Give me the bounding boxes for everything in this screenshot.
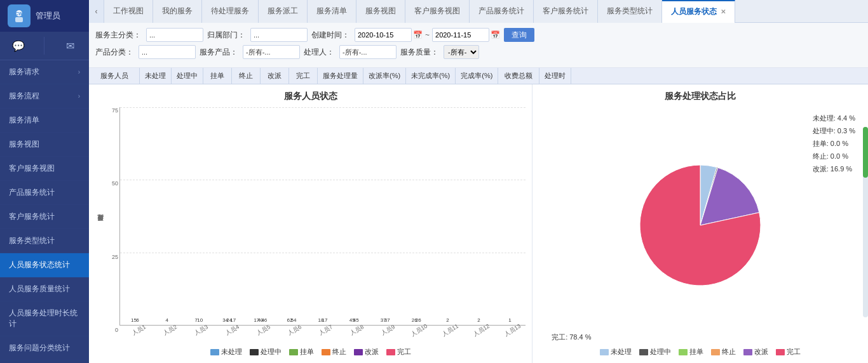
- product-category-input[interactable]: [139, 45, 196, 59]
- dept-label: 归属部门：: [207, 30, 245, 41]
- pie-legend-processing: 处理中: [639, 347, 671, 357]
- sidebar-item-service-flow[interactable]: 服务流程 ›: [0, 84, 89, 109]
- chat-icon[interactable]: 💬: [7, 37, 30, 55]
- sidebar-item-customer-view[interactable]: 客户服务视图: [0, 157, 89, 181]
- sidebar: CW 管理员 💬 ✉ 服务请求 › 服务流程 › 服务清单 服务视图: [0, 0, 89, 363]
- pie-chart-panel: 服务处理状态占比 未处理: 4.4 % 处理中: 0.3 % 挂单: 0.0 %…: [532, 84, 868, 363]
- pie-label-pending: 挂单: 0.0 %: [813, 139, 855, 148]
- th-reassigned: 改派: [261, 68, 289, 84]
- th-pending: 挂单: [203, 68, 232, 84]
- service-product-input[interactable]: [243, 45, 300, 59]
- tab-dispatch[interactable]: 服务派工: [259, 0, 308, 23]
- tab-work-view[interactable]: 工作视图: [104, 0, 153, 23]
- tab-service-list[interactable]: 服务清单: [308, 0, 356, 23]
- message-icon[interactable]: ✉: [59, 37, 82, 55]
- th-processing: 处理中: [172, 68, 203, 84]
- arrow-icon: ›: [78, 69, 80, 76]
- sidebar-item-staff-status[interactable]: 人员服务状态统计: [0, 253, 89, 277]
- sidebar-menu: 服务请求 › 服务流程 › 服务清单 服务视图 客户服务视图 产品服务统计 客户…: [0, 60, 89, 363]
- service-category-input[interactable]: [146, 28, 203, 42]
- date-end-input[interactable]: [432, 28, 489, 42]
- tab-my-service[interactable]: 我的服务: [153, 0, 202, 23]
- svg-rect-1: [15, 17, 23, 22]
- handler-input[interactable]: [339, 45, 397, 59]
- calendar-end-icon[interactable]: 📅: [491, 30, 500, 39]
- date-range-group: 📅 ~ 📅: [355, 28, 500, 42]
- query-button[interactable]: 查询: [504, 28, 534, 42]
- y-label-0: 0: [115, 327, 118, 333]
- tab-type-stats[interactable]: 服务类型统计: [598, 0, 662, 23]
- bar-chart-panel: 服务人员状态 服务处理量 75 50 25: [89, 84, 532, 363]
- create-time-label: 创建时间：: [311, 30, 349, 41]
- sidebar-item-issue-stats[interactable]: 服务问题分类统计: [0, 336, 89, 360]
- th-unhandled: 未处理: [140, 68, 172, 84]
- service-quality-label: 服务质量：: [400, 47, 438, 58]
- filter-row-1: 服务主分类： 归属部门： 创建时间： 📅 ~ 📅 查询: [95, 28, 862, 42]
- legend-pending: 挂单: [289, 347, 314, 357]
- tab-product-stats[interactable]: 产品服务统计: [470, 0, 534, 23]
- scrollbar-thumb: [863, 127, 868, 178]
- filter-bar: 服务主分类： 归属部门： 创建时间： 📅 ~ 📅 查询 产品分类：: [89, 23, 868, 68]
- pie-legend-reassigned: 改派: [743, 347, 768, 357]
- logo-icon: CW: [8, 4, 31, 27]
- sidebar-item-staff-duration[interactable]: 人员服务处理时长统计: [0, 301, 89, 336]
- product-category-label: 产品分类：: [95, 47, 133, 58]
- th-incomplete-rate: 未完成率(%): [406, 68, 456, 84]
- th-duration: 处理时: [539, 68, 571, 84]
- handler-label: 处理人：: [304, 47, 334, 58]
- main-area: ‹ 工作视图 我的服务 待处理服务 服务派工 服务清单 服务视图 客户服务视图 …: [89, 0, 868, 363]
- th-reassign-rate: 改派率(%): [363, 68, 406, 84]
- th-total: 服务处理量: [318, 68, 363, 84]
- tab-pending[interactable]: 待处理服务: [202, 0, 259, 23]
- legend-reassigned: 改派: [354, 347, 379, 357]
- sidebar-action-icons: 💬 ✉: [0, 32, 89, 60]
- service-product-label: 服务产品：: [200, 47, 238, 58]
- tab-close-icon[interactable]: ✕: [721, 8, 726, 15]
- th-stopped: 终止: [232, 68, 261, 84]
- tab-prev-btn[interactable]: ‹: [89, 0, 104, 23]
- pie-legend-stopped: 终止: [711, 347, 736, 357]
- pie-legend-completed: 完工: [776, 347, 801, 357]
- sidebar-item-staff-quality[interactable]: 人员服务质量统计: [0, 277, 89, 301]
- th-complete-rate: 完成率(%): [456, 68, 498, 84]
- tab-staff-status[interactable]: 人员服务状态 ✕: [662, 0, 735, 23]
- scrollbar-track[interactable]: [863, 127, 868, 317]
- y-label-25: 25: [112, 254, 118, 260]
- charts-area: 服务人员状态 服务处理量 75 50 25: [89, 84, 868, 363]
- data-table-header: 服务人员 未处理 处理中 挂单 终止 改派 完工 服务处理量 改派率(%) 未完…: [89, 68, 868, 84]
- pie-labels: 未处理: 4.4 % 处理中: 0.3 % 挂单: 0.0 % 终止: 0.0 …: [813, 114, 855, 174]
- pie-label-reassigned: 改派: 16.9 %: [813, 164, 855, 174]
- sidebar-item-product-stats[interactable]: 产品服务统计: [0, 181, 89, 205]
- service-category-label: 服务主分类：: [95, 30, 141, 41]
- date-start-input[interactable]: [355, 28, 412, 42]
- sidebar-item-service-view[interactable]: 服务视图: [0, 133, 89, 157]
- legend-processing: 处理中: [250, 347, 281, 357]
- legend-stopped: 终止: [322, 347, 346, 357]
- sidebar-item-customer-stats[interactable]: 客户服务统计: [0, 205, 89, 229]
- content-area: 服务主分类： 归属部门： 创建时间： 📅 ~ 📅 查询 产品分类：: [89, 23, 868, 363]
- pie-label-stopped: 终止: 0.0 %: [813, 152, 855, 161]
- sidebar-item-type-stats[interactable]: 服务类型统计: [0, 229, 89, 253]
- sidebar-username: 管理员: [36, 10, 60, 22]
- bar-chart-legend: 未处理 处理中 挂单: [95, 347, 526, 357]
- calendar-start-icon[interactable]: 📅: [413, 30, 423, 39]
- tab-customer-view[interactable]: 客户服务视图: [405, 0, 470, 23]
- svg-text:CW: CW: [15, 11, 23, 16]
- pie-chart-svg: [630, 155, 770, 295]
- th-completed: 完工: [289, 68, 318, 84]
- dept-input[interactable]: [250, 28, 308, 42]
- tab-service-view[interactable]: 服务视图: [356, 0, 405, 23]
- bar-chart-title: 服务人员状态: [95, 91, 526, 102]
- sidebar-logo: CW 管理员: [0, 0, 89, 32]
- legend-completed: 完工: [386, 347, 411, 357]
- arrow-icon: ›: [78, 93, 80, 100]
- pie-label-processing: 处理中: 0.3 %: [813, 126, 855, 136]
- service-quality-select[interactable]: -所有-: [444, 45, 479, 59]
- pie-legend-pending: 挂单: [679, 347, 703, 357]
- tab-customer-stats[interactable]: 客户服务统计: [534, 0, 598, 23]
- sidebar-item-service-list[interactable]: 服务清单: [0, 109, 89, 133]
- pie-label-unhandled: 未处理: 4.4 %: [813, 114, 855, 123]
- y-label-50: 50: [112, 180, 118, 187]
- pie-legend: 未处理 处理中 挂单 终止: [539, 347, 862, 357]
- sidebar-item-service-request[interactable]: 服务请求 ›: [0, 60, 89, 84]
